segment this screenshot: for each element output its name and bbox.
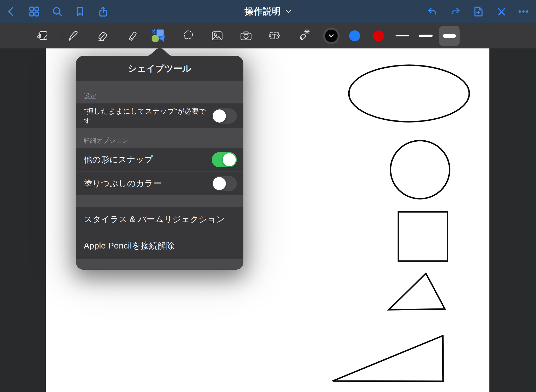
snap-to-shapes-toggle[interactable] — [212, 152, 237, 167]
row-label: 塗りつぶしのカラー — [84, 178, 212, 189]
tool-highlighter[interactable] — [123, 28, 138, 43]
text-tool-icon — [267, 28, 282, 43]
tool-image[interactable] — [210, 28, 225, 43]
search-button[interactable] — [51, 5, 63, 18]
color-swatch-blue[interactable] — [349, 30, 360, 41]
page-title: 操作説明 — [244, 5, 281, 18]
thumbnails-button[interactable] — [28, 5, 40, 18]
moon-icon — [214, 33, 217, 36]
row-label: "押したままにしてスナップ"が必要です — [84, 107, 212, 125]
pen-icon — [66, 28, 81, 43]
section-header-advanced: 詳細オプション — [76, 128, 243, 148]
more-options-button[interactable] — [518, 6, 529, 17]
tool-text[interactable] — [267, 28, 282, 43]
fill-color-toggle[interactable] — [212, 176, 237, 191]
thickness-medium[interactable] — [419, 35, 433, 37]
navigation-bar: 操作説明 — [0, 0, 536, 23]
page-panel-icon: a — [36, 28, 51, 43]
popover-body: シェイプツール 設定 "押したままにしてスナップ"が必要です 詳細オプション 他… — [76, 56, 243, 270]
eraser-icon — [94, 28, 110, 43]
bookmark-icon — [74, 6, 86, 17]
toolbar-separator — [62, 26, 62, 45]
laser-pointer-icon — [296, 28, 311, 43]
tool-page-panel[interactable]: a — [36, 28, 51, 43]
row-fill-color: 塗りつぶしのカラー — [76, 172, 243, 195]
tool-lasso[interactable] — [181, 28, 196, 43]
section-header-settings: 設定 — [76, 81, 243, 103]
add-page-icon — [472, 5, 484, 18]
toolbar-separator — [321, 26, 321, 45]
camera-icon — [238, 28, 254, 43]
disconnect-apple-pencil-button[interactable]: Apple Pencilを接続解除 — [76, 232, 243, 259]
image-icon — [210, 28, 225, 43]
back-button[interactable] — [5, 6, 17, 17]
row-hold-to-snap: "押したままにしてスナップ"が必要です — [76, 103, 243, 128]
tool-camera[interactable] — [238, 28, 254, 43]
popover-spacer — [76, 195, 243, 207]
tool-shape-selected[interactable] — [151, 28, 167, 44]
tools-toolbar: a — [0, 23, 536, 48]
row-label: 他の形にスナップ — [84, 154, 212, 165]
redo-icon — [449, 5, 461, 18]
thick-line-icon — [443, 34, 456, 38]
chevron-down-icon — [328, 34, 334, 38]
share-icon — [97, 5, 109, 18]
color-swatch-black-selected[interactable] — [325, 30, 338, 42]
svg-text:a: a — [37, 31, 42, 40]
hold-to-snap-toggle[interactable] — [212, 108, 237, 124]
more-ellipsis-icon — [518, 6, 529, 17]
lasso-icon — [181, 28, 196, 43]
thickness-thick-selected[interactable] — [439, 26, 460, 46]
undo-button[interactable] — [426, 5, 438, 18]
readonly-mode-button[interactable] — [495, 6, 507, 17]
bluetooth-icon — [153, 29, 155, 34]
thin-line-icon — [395, 35, 409, 36]
tool-laser-pointer[interactable] — [296, 28, 311, 43]
color-swatch-red[interactable] — [373, 30, 384, 41]
button-label: スタイラス & パームリジェクション — [84, 214, 237, 225]
thumbnails-grid-icon — [28, 5, 40, 18]
undo-icon — [426, 5, 438, 18]
button-label: Apple Pencilを接続解除 — [84, 240, 237, 252]
stylus-palm-rejection-button[interactable]: スタイラス & パームリジェクション — [76, 207, 243, 232]
document-title-button[interactable]: 操作説明 — [244, 5, 292, 18]
highlighter-icon — [123, 28, 138, 43]
readonly-pen-icon — [495, 6, 507, 17]
row-snap-to-shapes: 他の形にスナップ — [76, 148, 243, 172]
thickness-thin[interactable] — [395, 35, 409, 36]
tool-pen[interactable] — [66, 28, 81, 43]
medium-line-icon — [419, 35, 433, 37]
chevron-down-icon — [285, 9, 292, 14]
shape-tool-icon — [151, 28, 167, 44]
bookmark-button[interactable] — [74, 6, 86, 17]
shape-tool-popover: シェイプツール 設定 "押したままにしてスナップ"が必要です 詳細オプション 他… — [76, 56, 243, 270]
tool-eraser[interactable] — [94, 28, 110, 43]
popover-bottom-spacer — [76, 259, 243, 270]
share-button[interactable] — [97, 5, 109, 18]
redo-button[interactable] — [449, 5, 461, 18]
add-page-button[interactable] — [472, 5, 484, 18]
popover-arrow — [147, 48, 173, 56]
search-icon — [51, 5, 63, 18]
popover-title: シェイプツール — [76, 56, 243, 81]
